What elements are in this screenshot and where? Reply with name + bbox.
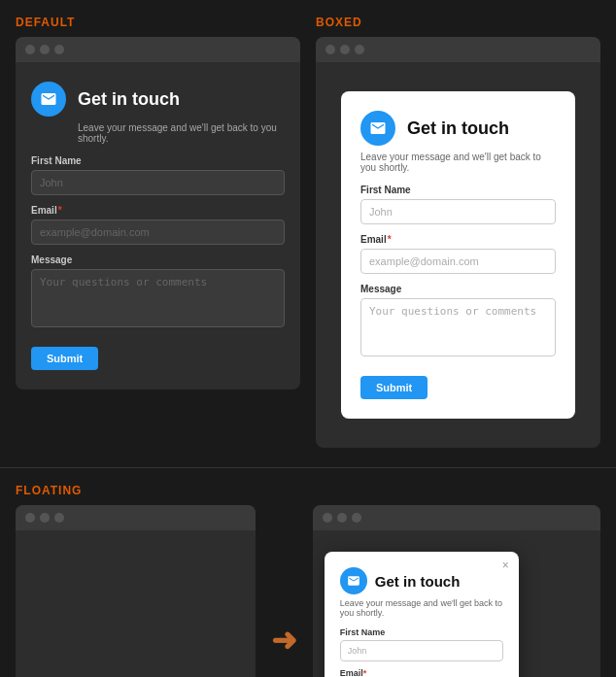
boxed-email-group: Email* [360, 234, 556, 274]
boxed-section: BOXED Get in touch Leave your message an… [316, 16, 600, 448]
boxed-mail-icon [360, 111, 395, 146]
floating-close-button[interactable]: × [502, 559, 509, 571]
fab-area: ☝ [31, 565, 240, 677]
dot-1 [25, 45, 35, 54]
boxed-form-subtitle: Leave your message and we'll get back to… [360, 152, 556, 173]
default-email-group: Email* [31, 205, 285, 245]
titlebar-floating-left [16, 505, 256, 530]
dot-b2 [340, 45, 350, 54]
arrow-icon: ➜ [271, 622, 297, 659]
floating-mail-svg [347, 574, 360, 588]
boxed-firstname-group: First Name [360, 185, 556, 224]
dot-f3 [54, 513, 64, 523]
boxed-form-title: Get in touch [407, 118, 509, 139]
dot-b3 [355, 45, 364, 54]
dot-fr2 [337, 513, 347, 523]
default-email-label: Email* [31, 205, 285, 216]
floating-row: ☝ ➜ × [16, 505, 600, 677]
default-window-body: Get in touch Leave your message and we'l… [16, 62, 300, 389]
boxed-label: BOXED [316, 16, 600, 29]
boxed-firstname-label: First Name [360, 185, 556, 195]
default-message-textarea[interactable] [31, 269, 285, 327]
default-firstname-label: First Name [31, 155, 285, 166]
boxed-mail-svg [369, 119, 387, 137]
required-star: * [58, 205, 62, 216]
default-window: Get in touch Leave your message and we'l… [16, 37, 300, 389]
default-form-title: Get in touch [78, 89, 180, 110]
boxed-email-input[interactable] [360, 249, 556, 274]
floating-panel: × Get in touch Leave your message and we… [325, 552, 519, 677]
default-email-input[interactable] [31, 220, 285, 245]
floating-panel-subtitle: Leave your message and we'll get back to… [340, 598, 503, 618]
dot-3 [54, 45, 64, 54]
floating-left-body: ☝ [16, 530, 256, 677]
boxed-firstname-input[interactable] [360, 199, 556, 224]
default-message-label: Message [31, 254, 285, 265]
floating-right-wrap: × Get in touch Leave your message and we… [313, 505, 600, 677]
titlebar-default [16, 37, 300, 62]
floating-panel-header: Get in touch [340, 567, 503, 594]
boxed-submit-button[interactable]: Submit [360, 376, 428, 399]
default-form-card: Get in touch Leave your message and we'l… [31, 82, 285, 370]
titlebar-boxed [316, 37, 600, 62]
floating-email-label: Email* [340, 668, 503, 677]
dot-f2 [40, 513, 50, 523]
floating-left-window-wrap: ☝ [16, 505, 256, 677]
boxed-form-card: Get in touch Leave your message and we'l… [341, 91, 575, 419]
default-message-group: Message [31, 254, 285, 331]
default-label: DEFAULT [16, 16, 300, 29]
floating-right-body: × Get in touch Leave your message and we… [313, 530, 600, 677]
floating-panel-title: Get in touch [375, 573, 461, 590]
default-section: DEFAULT Get in touch Leave your message … [16, 16, 300, 448]
titlebar-floating-right [313, 505, 600, 530]
default-form-header: Get in touch [31, 82, 285, 117]
floating-right-window: × Get in touch Leave your message and we… [313, 505, 600, 677]
floating-section: FLOATING ☝ [0, 484, 616, 677]
arrow-area: ➜ [271, 505, 297, 659]
floating-label: FLOATING [16, 484, 600, 497]
dot-fr1 [323, 513, 332, 523]
floating-panel-mail-icon [340, 567, 367, 594]
dot-b1 [325, 45, 335, 54]
boxed-email-label: Email* [360, 234, 556, 245]
dot-fr3 [352, 513, 361, 523]
floating-firstname-input[interactable] [340, 640, 503, 661]
mail-svg [40, 90, 57, 108]
dot-f1 [25, 513, 35, 523]
boxed-window: Get in touch Leave your message and we'l… [316, 37, 600, 448]
default-firstname-group: First Name [31, 155, 285, 195]
boxed-message-textarea[interactable] [360, 298, 556, 356]
dot-2 [40, 45, 50, 54]
boxed-window-body: Get in touch Leave your message and we'l… [316, 62, 600, 448]
default-submit-button[interactable]: Submit [31, 347, 98, 370]
default-mail-icon [31, 82, 66, 117]
boxed-form-header: Get in touch [360, 111, 556, 146]
floating-left-window: ☝ [16, 505, 256, 677]
floating-firstname-label: First Name [340, 627, 503, 637]
default-firstname-input[interactable] [31, 170, 285, 195]
boxed-message-label: Message [360, 284, 556, 294]
default-form-subtitle: Leave your message and we'll get back to… [78, 122, 285, 144]
boxed-message-group: Message [360, 284, 556, 360]
